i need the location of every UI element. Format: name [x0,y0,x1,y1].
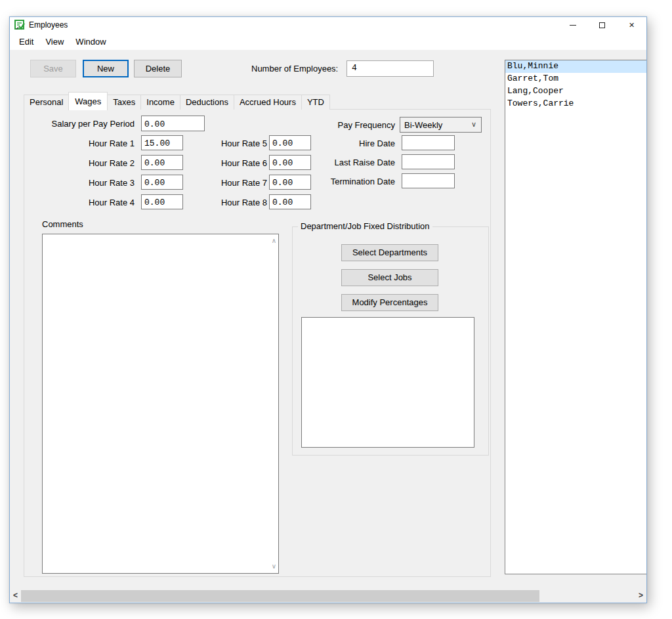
maximize-icon [599,22,605,28]
hour-rate-3-label: Hour Rate 3 [31,178,135,188]
tab-taxes[interactable]: Taxes [107,95,141,110]
hour-rate-7-input[interactable] [269,175,311,190]
window-title: Employees [29,20,68,30]
title-bar[interactable]: Employees ✕ [10,17,646,33]
comments-box: ∧ ∨ [42,234,279,574]
maximize-button[interactable] [587,17,617,33]
scroll-down-icon[interactable]: ∨ [272,563,276,570]
menu-window[interactable]: Window [70,34,112,49]
hour-rate-8-input[interactable] [269,194,311,209]
menu-view[interactable]: View [39,34,70,49]
hour-rate-5-label: Hour Rate 5 [208,139,267,148]
minimize-button[interactable] [558,17,587,33]
hour-rate-8-label: Hour Rate 8 [208,198,267,207]
scrollbar-thumb[interactable] [21,590,539,602]
minimize-icon [570,25,576,26]
last-raise-date-label: Last Raise Date [306,158,395,167]
hour-rate-2-input[interactable] [141,155,183,170]
tab-income[interactable]: Income [140,95,180,110]
employee-list-item[interactable]: Lang,Cooper [505,85,647,98]
menu-bar: Edit View Window [10,33,646,50]
pay-frequency-value: Bi-Weekly [404,120,442,130]
tab-ytd[interactable]: YTD [301,95,330,110]
employee-list-item[interactable]: Blu,Minnie [505,60,647,73]
termination-date-label: Termination Date [306,177,395,186]
hour-rate-6-label: Hour Rate 6 [208,158,267,168]
client-area: Save New Delete Number of Employees: 4 P… [10,50,646,603]
close-button[interactable]: ✕ [617,17,646,33]
pay-frequency-label: Pay Frequency [306,120,395,130]
distribution-title: Department/Job Fixed Distribution [298,221,432,231]
pay-frequency-select[interactable]: Bi-Weekly ∨ [400,117,482,133]
hour-rate-5-input[interactable] [269,135,311,150]
save-button[interactable]: Save [30,60,76,77]
hour-rate-7-label: Hour Rate 7 [208,178,267,188]
app-icon [14,20,25,30]
distribution-groupbox: Department/Job Fixed Distribution Select… [292,226,489,456]
comments-label: Comments [42,219,83,229]
hour-rate-3-input[interactable] [141,175,183,190]
horizontal-scrollbar[interactable]: < > [10,590,646,602]
hour-rate-4-input[interactable] [141,194,183,209]
hour-rate-2-label: Hour Rate 2 [31,158,135,168]
hire-date-input[interactable] [402,135,455,150]
distribution-listbox[interactable] [301,317,474,448]
employee-list-item[interactable]: Towers,Carrie [505,98,647,110]
wages-tab-panel: Salary per Pay Period Hour Rate 1 Hour R… [24,109,491,577]
hour-rate-6-input[interactable] [269,155,311,170]
last-raise-date-input[interactable] [402,154,455,169]
select-departments-button[interactable]: Select Departments [341,244,438,261]
close-icon: ✕ [629,22,635,29]
scroll-left-icon[interactable]: < [10,590,21,602]
new-button[interactable]: New [83,60,129,77]
employee-count-field: 4 [346,60,434,77]
menu-edit[interactable]: Edit [13,34,39,49]
tab-accrued-hours[interactable]: Accrued Hours [234,95,302,110]
salary-label: Salary per Pay Period [31,119,135,129]
hour-rate-1-label: Hour Rate 1 [31,139,135,148]
termination-date-input[interactable] [402,173,455,188]
chevron-down-icon: ∨ [471,120,476,129]
scroll-right-icon[interactable]: > [635,590,646,602]
tab-deductions[interactable]: Deductions [180,95,234,110]
tab-strip: Personal Wages Taxes Income Deductions A… [24,91,329,110]
tab-wages[interactable]: Wages [68,92,108,110]
hour-rate-1-input[interactable] [141,135,183,150]
hire-date-label: Hire Date [306,139,395,148]
tab-personal[interactable]: Personal [24,95,69,110]
select-jobs-button[interactable]: Select Jobs [341,269,438,286]
employee-count-label: Number of Employees: [251,64,338,74]
employee-listbox[interactable]: Blu,Minnie Garret,Tom Lang,Cooper Towers… [505,60,647,574]
salary-input[interactable] [141,116,205,131]
delete-button[interactable]: Delete [134,60,182,77]
scroll-up-icon[interactable]: ∧ [272,238,276,244]
employees-window: Employees ✕ Edit View Window Save New De… [9,16,647,603]
employee-list-item[interactable]: Garret,Tom [505,73,647,85]
hour-rate-4-label: Hour Rate 4 [31,198,135,207]
comments-textarea[interactable] [43,234,278,573]
modify-percentages-button[interactable]: Modify Percentages [341,294,438,311]
